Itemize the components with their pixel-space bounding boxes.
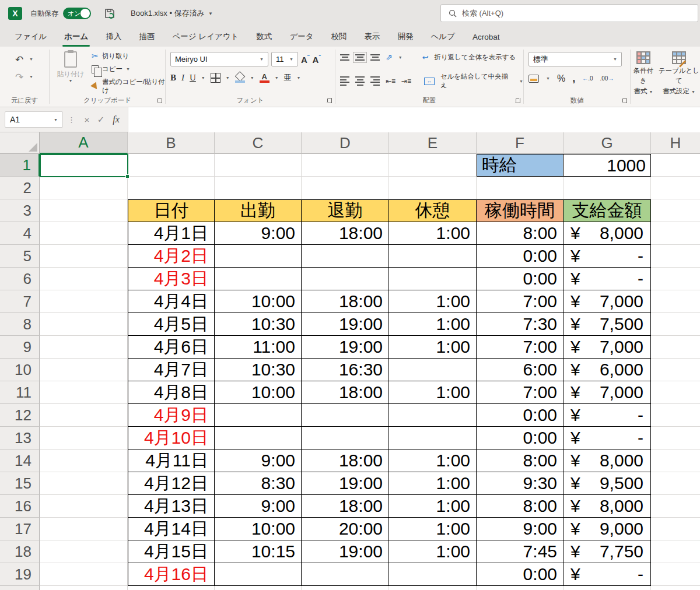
- bold-button[interactable]: B: [170, 73, 176, 83]
- cell-C12[interactable]: [215, 404, 302, 427]
- cell-E12[interactable]: [389, 404, 477, 427]
- cell-A19[interactable]: [40, 563, 128, 586]
- cell-F14[interactable]: 8:00: [477, 449, 564, 472]
- percent-style-button[interactable]: %: [557, 73, 565, 84]
- cell-E1[interactable]: [389, 154, 477, 177]
- cell-A3[interactable]: [40, 199, 128, 222]
- cell-F9[interactable]: 7:00: [477, 336, 564, 359]
- align-center-icon[interactable]: [355, 76, 365, 86]
- confirm-entry-button[interactable]: ✓: [94, 114, 108, 125]
- cell-D16[interactable]: 18:00: [302, 495, 389, 518]
- tab-home[interactable]: ホーム: [55, 27, 97, 47]
- underline-button[interactable]: U: [190, 73, 196, 83]
- tab-data[interactable]: データ: [281, 27, 322, 47]
- cell-D5[interactable]: [302, 245, 389, 268]
- cell-B12[interactable]: 4月9日: [128, 404, 215, 427]
- row-header-12[interactable]: 12: [0, 404, 40, 427]
- conditional-formatting-button[interactable]: 条件付き 書式 ▼: [631, 51, 656, 107]
- italic-button[interactable]: I: [181, 73, 184, 83]
- cell-B13[interactable]: 4月10日: [128, 427, 215, 449]
- cell-F2[interactable]: [477, 177, 564, 199]
- cell-A2[interactable]: [40, 177, 128, 199]
- row-header-16[interactable]: 16: [0, 495, 40, 518]
- paste-button[interactable]: 貼り付け ▼: [54, 51, 87, 94]
- cell-E7[interactable]: 1:00: [389, 290, 477, 313]
- row-header-9[interactable]: 9: [0, 336, 40, 359]
- insert-function-button[interactable]: fx: [108, 114, 124, 125]
- cell-A14[interactable]: [40, 449, 128, 472]
- cell-D14[interactable]: 18:00: [302, 449, 389, 472]
- cell-H17[interactable]: [651, 518, 700, 540]
- cell-B15[interactable]: 4月12日: [128, 472, 215, 495]
- cell-B16[interactable]: 4月13日: [128, 495, 215, 518]
- column-header-F[interactable]: F: [477, 132, 564, 154]
- cell-D9[interactable]: 19:00: [302, 336, 389, 359]
- clipboard-dialog-launcher[interactable]: [157, 98, 162, 103]
- cell-E19[interactable]: [389, 563, 477, 586]
- orientation-icon[interactable]: ⇗: [386, 52, 393, 62]
- cell-B19[interactable]: 4月16日: [128, 563, 215, 586]
- cell-E14[interactable]: 1:00: [389, 449, 477, 472]
- cell-C4[interactable]: 9:00: [215, 222, 302, 245]
- column-header-A[interactable]: A: [40, 132, 128, 154]
- cell-E5[interactable]: [389, 245, 477, 268]
- cell-F1[interactable]: 時給: [477, 154, 564, 177]
- tab-developer[interactable]: 開発: [389, 27, 422, 47]
- cell-H6[interactable]: [651, 268, 700, 290]
- cell-F7[interactable]: 7:00: [477, 290, 564, 313]
- table-header-F3[interactable]: 稼働時間: [477, 199, 564, 222]
- select-all-corner[interactable]: [0, 132, 40, 154]
- merge-center-button[interactable]: セルを結合して中央揃え: [440, 72, 513, 90]
- cell-B7[interactable]: 4月4日: [128, 290, 215, 313]
- cell-D4[interactable]: 18:00: [302, 222, 389, 245]
- cell-H7[interactable]: [651, 290, 700, 313]
- cell-E11[interactable]: 1:00: [389, 381, 477, 404]
- cell-H18[interactable]: [651, 540, 700, 563]
- wrap-text-button[interactable]: 折り返して全体を表示する: [435, 53, 516, 62]
- cell-E16[interactable]: 1:00: [389, 495, 477, 518]
- format-as-table-button[interactable]: テーブルとして 書式設定 ▼: [656, 51, 700, 107]
- cell-B20[interactable]: [128, 586, 215, 590]
- undo-icon[interactable]: ↶: [15, 54, 23, 66]
- cell-D7[interactable]: 18:00: [302, 290, 389, 313]
- cell-A5[interactable]: [40, 245, 128, 268]
- cell-H14[interactable]: [651, 449, 700, 472]
- tab-acrobat[interactable]: Acrobat: [464, 27, 509, 47]
- cell-C19[interactable]: [215, 563, 302, 586]
- cell-C18[interactable]: 10:15: [215, 540, 302, 563]
- cell-F20[interactable]: [477, 586, 564, 590]
- cell-F10[interactable]: 6:00: [477, 359, 564, 381]
- column-header-C[interactable]: C: [215, 132, 302, 154]
- cell-A20[interactable]: [40, 586, 128, 590]
- cell-G11[interactable]: ¥7,000: [564, 381, 651, 404]
- cell-D1[interactable]: [302, 154, 389, 177]
- increase-indent-icon[interactable]: ⇥≡: [401, 77, 411, 85]
- cell-E6[interactable]: [389, 268, 477, 290]
- cell-E8[interactable]: 1:00: [389, 313, 477, 336]
- cell-F13[interactable]: 0:00: [477, 427, 564, 449]
- tab-page-layout[interactable]: ページ レイアウト: [163, 27, 247, 47]
- cell-H5[interactable]: [651, 245, 700, 268]
- font-color-icon[interactable]: A: [260, 73, 270, 83]
- cell-F12[interactable]: 0:00: [477, 404, 564, 427]
- row-header-8[interactable]: 8: [0, 313, 40, 336]
- row-header-19[interactable]: 19: [0, 563, 40, 586]
- row-header-5[interactable]: 5: [0, 245, 40, 268]
- cell-H13[interactable]: [651, 427, 700, 449]
- cell-C6[interactable]: [215, 268, 302, 290]
- redo-icon[interactable]: ↷: [15, 71, 23, 83]
- cell-G15[interactable]: ¥9,500: [564, 472, 651, 495]
- cell-D13[interactable]: [302, 427, 389, 449]
- cell-H10[interactable]: [651, 359, 700, 381]
- cell-A11[interactable]: [40, 381, 128, 404]
- row-header-3[interactable]: 3: [0, 199, 40, 222]
- cell-D19[interactable]: [302, 563, 389, 586]
- cell-A9[interactable]: [40, 336, 128, 359]
- cell-E17[interactable]: 1:00: [389, 518, 477, 540]
- comma-style-button[interactable]: ,: [572, 72, 575, 85]
- cell-E4[interactable]: 1:00: [389, 222, 477, 245]
- cell-E2[interactable]: [389, 177, 477, 199]
- cell-H3[interactable]: [651, 199, 700, 222]
- cell-D20[interactable]: [302, 586, 389, 590]
- row-header-17[interactable]: 17: [0, 518, 40, 540]
